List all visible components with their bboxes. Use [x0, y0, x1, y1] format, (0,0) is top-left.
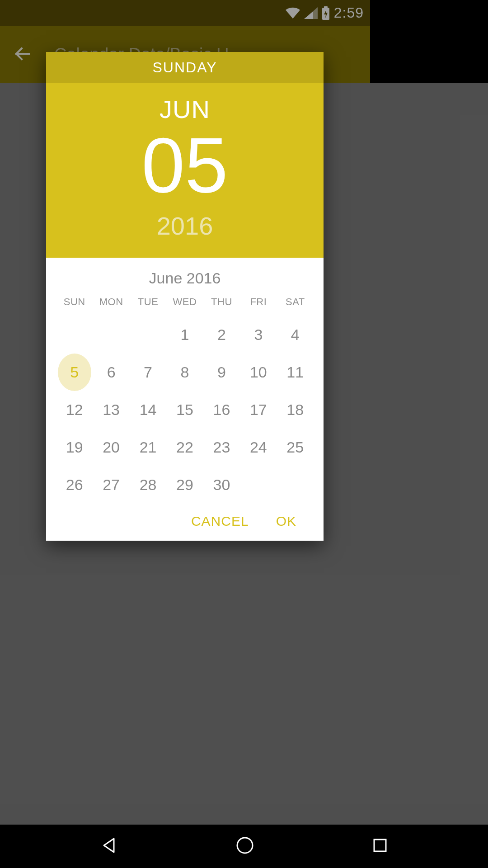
- calendar-blank-cell: [94, 316, 128, 354]
- calendar-day-cell[interactable]: 24: [242, 429, 275, 466]
- weekday-label: SAT: [286, 293, 305, 316]
- calendar-day-cell[interactable]: 15: [168, 391, 202, 429]
- selected-day-name-bar: SUNDAY: [46, 52, 324, 83]
- calendar-day-cell[interactable]: 18: [278, 391, 312, 429]
- calendar-day-cell[interactable]: 23: [205, 429, 238, 466]
- calendar-day-cell[interactable]: 9: [205, 354, 238, 391]
- calendar-day-cell[interactable]: 14: [131, 391, 165, 429]
- calendar-blank-cell: [131, 316, 165, 354]
- calendar-day-cell[interactable]: 27: [94, 466, 128, 504]
- date-picker-dialog: SUNDAY JUN 05 2016 June 2016 SUNMONTUEWE…: [46, 52, 324, 541]
- calendar-day-cell[interactable]: 12: [58, 391, 91, 429]
- dialog-actions: CANCEL OK: [46, 504, 324, 541]
- weekday-label: THU: [211, 293, 232, 316]
- weekday-label: TUE: [138, 293, 159, 316]
- calendar-day-cell[interactable]: 28: [131, 466, 165, 504]
- weekday-header-row: SUNMONTUEWEDTHUFRISAT: [56, 293, 314, 316]
- calendar-day-cell[interactable]: 1: [168, 316, 202, 354]
- selected-year[interactable]: 2016: [46, 211, 324, 241]
- calendar-day-cell[interactable]: 25: [278, 429, 312, 466]
- weekday-label: FRI: [250, 293, 267, 316]
- ok-button[interactable]: OK: [276, 514, 296, 529]
- calendar-day-cell[interactable]: 6: [94, 354, 128, 391]
- calendar-day-cell[interactable]: 20: [94, 429, 128, 466]
- weekday-label: SUN: [64, 293, 85, 316]
- date-picker-header[interactable]: JUN 05 2016: [46, 83, 324, 258]
- calendar-day-cell[interactable]: 10: [242, 354, 275, 391]
- calendar-day-cell[interactable]: 17: [242, 391, 275, 429]
- selected-month-short: JUN: [46, 94, 324, 124]
- calendar-day-cell[interactable]: 5: [58, 354, 91, 391]
- calendar-day-cell[interactable]: 13: [94, 391, 128, 429]
- calendar-day-cell[interactable]: 19: [58, 429, 91, 466]
- cancel-button[interactable]: CANCEL: [191, 514, 249, 529]
- calendar-day-cell[interactable]: 29: [168, 466, 202, 504]
- calendar-day-grid: 1234567891011121314151617181920212223242…: [56, 316, 314, 504]
- calendar-day-cell[interactable]: 26: [58, 466, 91, 504]
- calendar-day-cell[interactable]: 11: [278, 354, 312, 391]
- calendar-day-cell[interactable]: 8: [168, 354, 202, 391]
- calendar-day-cell[interactable]: 30: [205, 466, 238, 504]
- calendar-day-cell[interactable]: 16: [205, 391, 238, 429]
- calendar-day-cell[interactable]: 4: [278, 316, 312, 354]
- selected-day-number: 05: [46, 126, 324, 205]
- calendar-day-cell[interactable]: 22: [168, 429, 202, 466]
- weekday-label: MON: [99, 293, 123, 316]
- calendar-day-cell[interactable]: 21: [131, 429, 165, 466]
- calendar-day-cell[interactable]: 2: [205, 316, 238, 354]
- calendar-blank-cell: [58, 316, 91, 354]
- calendar-month-title: June 2016: [56, 269, 314, 287]
- selected-day-name: SUNDAY: [153, 59, 217, 76]
- weekday-label: WED: [173, 293, 197, 316]
- calendar-day-cell[interactable]: 3: [242, 316, 275, 354]
- calendar-day-cell[interactable]: 7: [131, 354, 165, 391]
